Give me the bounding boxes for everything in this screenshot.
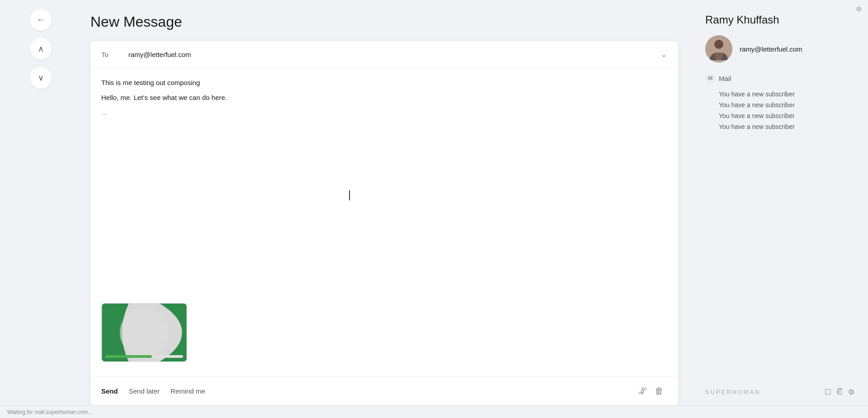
remind-me-button[interactable]: Remind me: [170, 385, 205, 397]
attachment-progress-fill: [105, 355, 152, 358]
left-sidebar: ← ∧ ∨: [0, 0, 81, 405]
right-sidebar: Ramy Khuffash ramy@letterfuel.com: [696, 0, 868, 405]
down-button[interactable]: ∨: [30, 67, 52, 89]
attachment-preview: [101, 303, 187, 362]
back-icon: ←: [37, 15, 45, 25]
subject-line: This is me testing out composing: [101, 79, 667, 86]
attachment-icon: 🖇: [638, 386, 647, 396]
mail-section: ✉ Mail You have a new subscriber You hav…: [705, 73, 854, 132]
down-icon: ∨: [38, 73, 44, 83]
notification-item-2: You have a new subscriber: [705, 100, 854, 110]
delete-button[interactable]: 🗑: [651, 384, 667, 398]
send-later-button[interactable]: Send later: [129, 385, 160, 397]
brand-text: SUPERHUMAN: [705, 389, 760, 395]
svg-point-1: [120, 308, 169, 357]
to-email-value: ramy@letterfuel.com: [128, 51, 660, 58]
superhuman-branding: SUPERHUMAN ☐ ⋶ ⚙: [705, 379, 854, 396]
text-cursor: |: [348, 190, 349, 199]
back-button[interactable]: ←: [30, 9, 52, 31]
body-ellipsis: ...: [101, 109, 667, 116]
chat-icon: ☐: [825, 388, 831, 396]
up-button[interactable]: ∧: [30, 38, 52, 60]
status-dot: [856, 6, 862, 12]
notification-item-4: You have a new subscriber: [705, 121, 854, 132]
grid-icon: ⋶: [836, 388, 843, 396]
notification-item-3: You have a new subscriber: [705, 110, 854, 121]
chevron-down-icon[interactable]: ⌄: [660, 49, 667, 59]
contact-email: ramy@letterfuel.com: [740, 45, 802, 53]
notification-item-1: You have a new subscriber: [705, 89, 854, 100]
mail-icon: ✉: [705, 73, 715, 83]
status-bar: Waiting for mail.superhuman.com...: [0, 405, 868, 418]
contact-info: ramy@letterfuel.com: [705, 35, 854, 62]
to-field: To ramy@letterfuel.com ⌄: [90, 41, 678, 68]
contact-name: Ramy Khuffash: [705, 14, 854, 26]
body-text: Hello, me. Let's see what we can do here…: [101, 94, 667, 101]
envelope-icon: ✉: [708, 75, 712, 81]
trash-icon: 🗑: [655, 386, 664, 396]
brand-icons: ☐ ⋶ ⚙: [825, 388, 854, 396]
page-title: New Message: [90, 14, 678, 30]
to-label: To: [101, 51, 128, 58]
compose-body[interactable]: This is me testing out composing Hello, …: [90, 68, 678, 376]
avatar: [705, 35, 732, 62]
main-content: New Message To ramy@letterfuel.com ⌄ Thi…: [81, 0, 696, 405]
settings-icon: ⚙: [848, 388, 854, 396]
svg-point-3: [714, 40, 723, 49]
attachment-progress-bar: [105, 355, 183, 358]
compose-card: To ramy@letterfuel.com ⌄ This is me test…: [90, 41, 678, 405]
attachment-button[interactable]: 🖇: [635, 384, 651, 398]
settings-icon-button[interactable]: ⚙: [848, 388, 854, 396]
up-icon: ∧: [38, 44, 44, 54]
mail-label: Mail: [719, 75, 731, 82]
chat-icon-button[interactable]: ☐: [825, 388, 831, 396]
compose-toolbar: Send Send later Remind me 🖇 🗑: [90, 376, 678, 405]
send-button[interactable]: Send: [101, 385, 118, 397]
status-text: Waiting for mail.superhuman.com...: [7, 409, 92, 415]
grid-icon-button[interactable]: ⋶: [836, 388, 843, 396]
mail-header: ✉ Mail: [705, 73, 854, 83]
